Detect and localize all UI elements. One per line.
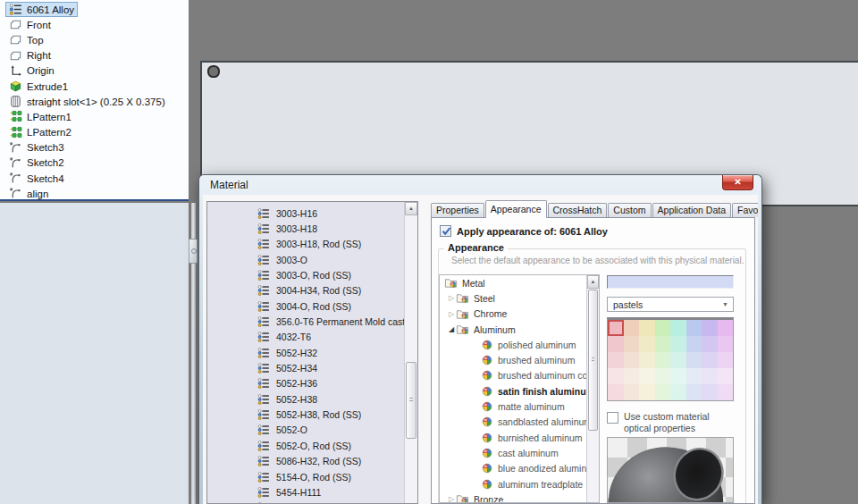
expander-collapsed-icon[interactable]: ▷	[447, 310, 456, 318]
tab-custom[interactable]: Custom	[608, 203, 651, 217]
palette-color-cell[interactable]	[624, 368, 640, 384]
feature-tree-item[interactable]: Right	[0, 48, 189, 63]
feature-tree-item[interactable]: Top	[0, 32, 189, 47]
palette-color-cell[interactable]	[608, 352, 624, 368]
feature-tree-item-box[interactable]: straight slot<1> (0.25 X 0.375)	[5, 94, 169, 109]
palette-color-cell[interactable]	[718, 320, 734, 336]
feature-tree-item[interactable]: Front	[0, 17, 189, 32]
material-list-item[interactable]: 5052-O, Rod (SS)	[207, 438, 417, 453]
material-list-item[interactable]: 3003-H18, Rod (SS)	[207, 237, 417, 252]
material-list-item[interactable]: 5052-H38	[207, 391, 417, 407]
appearance-tree-item[interactable]: polished aluminum	[440, 337, 599, 352]
apply-appearance-row[interactable]: Apply appearance of: 6061 Alloy	[440, 225, 608, 237]
feature-tree-item-box[interactable]: LPattern2	[5, 125, 75, 140]
splitter-grip-icon[interactable]	[189, 239, 198, 264]
palette-color-cell[interactable]	[718, 368, 734, 384]
feature-tree-item[interactable]: 6061 Alloy	[0, 2, 189, 17]
feature-tree-item-box[interactable]: Right	[5, 48, 55, 63]
feature-tree-item[interactable]: align	[0, 186, 189, 201]
palette-color-cell[interactable]	[718, 336, 734, 352]
close-button[interactable]: ✕	[722, 175, 753, 190]
material-list-item[interactable]: 5052-H34	[207, 360, 417, 375]
palette-color-cell[interactable]	[655, 336, 671, 352]
material-list-item[interactable]: 3003-O, Rod (SS)	[207, 267, 417, 282]
palette-color-cell[interactable]	[655, 320, 671, 336]
tab-appearance[interactable]: Appearance	[485, 200, 547, 218]
tab-application-data[interactable]: Application Data	[652, 203, 731, 217]
appearance-tree-item[interactable]: brushed aluminum	[440, 352, 599, 367]
palette-color-cell[interactable]	[670, 336, 686, 352]
material-list-item[interactable]: 5052-H36	[207, 376, 417, 391]
scroll-up-icon[interactable]: ▲	[587, 275, 599, 289]
palette-color-cell[interactable]	[624, 320, 640, 336]
palette-color-cell[interactable]	[686, 336, 702, 352]
appearance-tree-item[interactable]: ▷Chrome	[440, 307, 599, 322]
palette-color-cell[interactable]	[655, 368, 671, 384]
material-list-item[interactable]: 5454-H111	[207, 484, 417, 500]
feature-tree-item[interactable]: Extrude1	[0, 79, 189, 94]
slot-feature-shape[interactable]	[207, 65, 220, 78]
material-list-item[interactable]: 4032-T6	[207, 330, 417, 345]
palette-color-cell[interactable]	[608, 336, 624, 352]
palette-dropdown[interactable]: pastels ▼	[607, 297, 734, 312]
custom-optical-row[interactable]: Use custom material optical properties	[607, 411, 734, 434]
palette-color-cell[interactable]	[670, 352, 686, 368]
palette-color-cell[interactable]	[624, 336, 640, 352]
appearance-tree-item[interactable]: sandblasted aluminum	[440, 415, 599, 430]
palette-color-cell[interactable]	[686, 384, 702, 400]
appearance-tree-item[interactable]: satin finish aluminum	[440, 383, 599, 399]
palette-color-cell[interactable]	[670, 368, 686, 384]
tab-favorites[interactable]: Favorites	[732, 203, 758, 217]
palette-color-cell[interactable]	[639, 352, 655, 368]
material-list-item[interactable]: 5052-H32	[207, 345, 417, 360]
feature-tree-item[interactable]: straight slot<1> (0.25 X 0.375)	[0, 94, 189, 109]
feature-tree-item[interactable]: Sketch3	[0, 140, 189, 155]
feature-tree-item-box[interactable]: Origin	[5, 63, 58, 79]
feature-tree-item-box[interactable]: Sketch2	[5, 155, 68, 171]
appearance-tree-item[interactable]: aluminum treadplate	[440, 476, 599, 491]
feature-tree-item[interactable]: Sketch4	[0, 171, 189, 186]
scroll-up-icon[interactable]: ▲	[405, 202, 417, 215]
tab-crosshatch[interactable]: CrossHatch	[548, 203, 608, 217]
feature-tree-item[interactable]: Origin	[0, 63, 189, 79]
feature-tree-item-box[interactable]: Top	[5, 32, 47, 47]
feature-tree-item-box[interactable]: LPattern1	[5, 109, 75, 124]
feature-tree-item[interactable]: Sketch2	[0, 155, 189, 171]
material-list-item[interactable]: 3003-H16	[207, 206, 417, 221]
material-list-item[interactable]: 3004-H34, Rod (SS)	[207, 283, 417, 298]
material-list-item[interactable]: 3003-H18	[207, 221, 417, 236]
palette-color-cell[interactable]	[702, 352, 718, 368]
palette-color-cell[interactable]	[608, 384, 624, 400]
feature-tree-item-box[interactable]: Sketch3	[5, 140, 68, 155]
material-list-item[interactable]: 3003-O	[207, 252, 417, 267]
appearance-tree-scrollbar-thumb[interactable]	[588, 290, 598, 431]
feature-tree-item[interactable]: LPattern1	[0, 109, 189, 124]
appearance-tree-item[interactable]: ◢Aluminum	[440, 322, 599, 337]
palette-color-cell[interactable]	[639, 384, 655, 400]
appearance-tree-item[interactable]: blue anodized aluminum	[440, 461, 599, 476]
appearance-tree-item[interactable]: brushed aluminum coarse	[440, 368, 599, 383]
palette-color-cell[interactable]	[670, 320, 686, 336]
dialog-titlebar[interactable]: Material ✕	[199, 175, 761, 195]
palette-color-cell[interactable]	[718, 384, 734, 400]
appearance-tree-item[interactable]: ▷Steel	[440, 290, 599, 306]
feature-tree-item-box[interactable]: Sketch4	[5, 171, 68, 186]
palette-color-cell[interactable]	[624, 352, 640, 368]
palette-color-cell[interactable]	[686, 368, 702, 384]
apply-appearance-checkbox[interactable]	[440, 225, 451, 237]
appearance-tree-item[interactable]: cast aluminum	[440, 445, 599, 460]
feature-tree-item[interactable]: LPattern2	[0, 125, 189, 140]
appearance-tree-item[interactable]: matte aluminum	[440, 399, 599, 414]
palette-color-cell[interactable]	[624, 384, 640, 400]
feature-tree-item-box[interactable]: Front	[5, 17, 55, 32]
appearance-tree-item[interactable]: ▷Bronze	[440, 491, 599, 503]
palette-color-cell[interactable]	[702, 336, 718, 352]
feature-tree-item-box[interactable]: 6061 Alloy	[5, 2, 78, 17]
palette-color-cell[interactable]	[655, 384, 671, 400]
custom-optical-checkbox[interactable]	[607, 412, 618, 424]
palette-color-cell[interactable]	[655, 352, 671, 368]
material-list-item[interactable]: 356.0-T6 Permanent Mold cast (SS)	[207, 314, 417, 329]
palette-color-cell[interactable]	[702, 384, 718, 400]
palette-color-cell[interactable]	[608, 368, 624, 384]
materials-scrollbar[interactable]: ▲	[404, 202, 417, 503]
